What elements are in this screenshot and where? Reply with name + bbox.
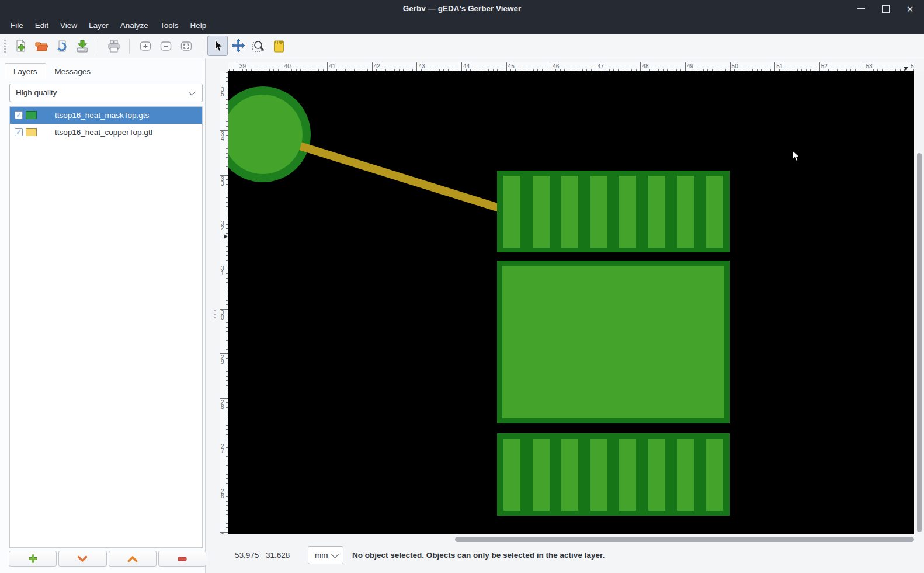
- mouse-cursor: [792, 150, 801, 162]
- move-layer-down-button[interactable]: [58, 551, 106, 567]
- add-layer-button[interactable]: [9, 551, 57, 567]
- close-button[interactable]: ✕: [905, 4, 915, 13]
- move-layer-up-button[interactable]: [109, 551, 157, 567]
- minus-icon: [178, 557, 187, 561]
- ruler-tick: [506, 62, 507, 71]
- open-button[interactable]: [31, 36, 51, 56]
- ruler-tick-label: 34: [221, 132, 224, 141]
- close-icon: ✕: [906, 5, 914, 13]
- pane-splitter-handle[interactable]: [214, 310, 216, 321]
- pointer-tool-button[interactable]: [207, 36, 228, 56]
- minimize-button[interactable]: [856, 4, 866, 13]
- units-select[interactable]: mm: [308, 546, 343, 564]
- menu-item-file[interactable]: File: [5, 18, 29, 34]
- chevron-down-icon: [331, 551, 339, 558]
- layers-panel: Layers Messages High quality ✓ ttsop16_h…: [0, 58, 206, 573]
- heat-pad-mask-opening: [502, 266, 724, 418]
- ruler-tick-label: 25: [221, 534, 224, 534]
- pad-row-bottom: [497, 433, 730, 516]
- layer-color-swatch[interactable]: [26, 128, 37, 136]
- ruler-tick: [596, 62, 596, 71]
- pan-tool-button[interactable]: [228, 36, 248, 56]
- measure-ruler-icon: [272, 39, 286, 53]
- pan-icon: [231, 39, 246, 54]
- toolbar: [0, 34, 924, 58]
- zoom-out-icon: [159, 39, 173, 53]
- ruler-tick-label: 26: [221, 489, 224, 499]
- heat-pad-block: [497, 261, 730, 423]
- horizontal-scrollbar-thumb[interactable]: [455, 537, 914, 542]
- pad: [677, 439, 694, 511]
- save-button[interactable]: [72, 36, 92, 56]
- pad: [648, 176, 665, 248]
- new-file-button[interactable]: [11, 36, 31, 56]
- layer-buttons: [9, 551, 206, 567]
- layer-name: ttsop16_heat_copperTop.gtl: [55, 124, 152, 141]
- remove-layer-button[interactable]: [158, 551, 206, 567]
- tab-layers[interactable]: Layers: [5, 63, 46, 79]
- ruler-left: 3534333231302928272625: [220, 71, 228, 534]
- ruler-top: 39404142434445464748495051525354: [228, 62, 914, 71]
- chevron-down-icon: [188, 88, 196, 96]
- maximize-button[interactable]: [881, 4, 890, 13]
- units-value: mm: [315, 547, 328, 564]
- pad: [648, 439, 665, 511]
- statusbar: 53.975 31.628 mm No object selected. Obj…: [206, 546, 924, 565]
- ruler-tick: [819, 62, 820, 71]
- ruler-tick: [327, 62, 328, 71]
- toolbar-drag-handle[interactable]: [4, 40, 6, 53]
- zoom-fit-button[interactable]: [176, 36, 196, 56]
- status-message: No object selected. Objects can only be …: [352, 546, 605, 564]
- render-quality-select[interactable]: High quality: [9, 84, 203, 102]
- zoom-region-tool-button[interactable]: [248, 36, 269, 56]
- pad: [561, 176, 578, 248]
- gerber-canvas[interactable]: [228, 71, 914, 534]
- layer-visibility-checkbox[interactable]: ✓: [15, 111, 23, 119]
- print-button[interactable]: [103, 36, 124, 56]
- save-icon: [75, 39, 89, 53]
- menu-item-tools[interactable]: Tools: [154, 18, 185, 34]
- pad: [677, 176, 694, 248]
- layer-row-coppertop[interactable]: ✓ ttsop16_heat_copperTop.gtl: [10, 124, 202, 141]
- menu-item-view[interactable]: View: [54, 18, 83, 34]
- menu-item-help[interactable]: Help: [184, 18, 212, 34]
- vertical-scrollbar[interactable]: [915, 71, 924, 534]
- zoom-in-button[interactable]: [135, 36, 155, 56]
- layer-row-masktop[interactable]: ✓ ttsop16_heat_maskTop.gts: [10, 107, 202, 124]
- ruler-tick-label: 28: [221, 400, 224, 409]
- ruler-tick: [864, 62, 864, 71]
- menu-item-analyze[interactable]: Analyze: [114, 18, 154, 34]
- pad-row-top: [497, 171, 730, 252]
- ruler-tick: [283, 62, 283, 71]
- minimize-icon: [857, 8, 865, 9]
- chevron-down-icon: [77, 555, 88, 562]
- window-controls: ✕: [856, 0, 915, 18]
- pad: [590, 439, 607, 511]
- pad: [533, 176, 550, 248]
- pad: [706, 176, 723, 248]
- toolbar-separator: [202, 39, 202, 54]
- ruler-position-marker: [904, 67, 908, 71]
- tab-messages[interactable]: Messages: [46, 63, 100, 79]
- ruler-tick: [774, 62, 775, 71]
- vertical-scrollbar-thumb[interactable]: [917, 153, 922, 532]
- pad: [619, 439, 636, 511]
- print-icon: [107, 39, 121, 53]
- maximize-icon: [882, 5, 890, 13]
- layer-color-swatch[interactable]: [26, 111, 37, 119]
- window-title: Gerbv — gEDA's Gerber Viewer: [0, 0, 924, 18]
- horizontal-scrollbar[interactable]: [228, 535, 924, 544]
- layer-name: ttsop16_heat_maskTop.gts: [55, 107, 149, 124]
- pad: [590, 176, 607, 248]
- menu-item-layer[interactable]: Layer: [83, 18, 114, 34]
- chevron-up-icon: [127, 555, 138, 562]
- cursor-y-coordinate: 31.628: [266, 546, 290, 564]
- measure-tool-button[interactable]: [269, 36, 289, 56]
- revert-button[interactable]: [51, 36, 72, 56]
- panel-tabs: Layers Messages: [5, 63, 99, 79]
- ruler-tick: [372, 62, 373, 71]
- zoom-out-button[interactable]: [155, 36, 176, 56]
- ruler-tick: [685, 62, 686, 71]
- menu-item-edit[interactable]: Edit: [29, 18, 54, 34]
- layer-visibility-checkbox[interactable]: ✓: [15, 128, 23, 136]
